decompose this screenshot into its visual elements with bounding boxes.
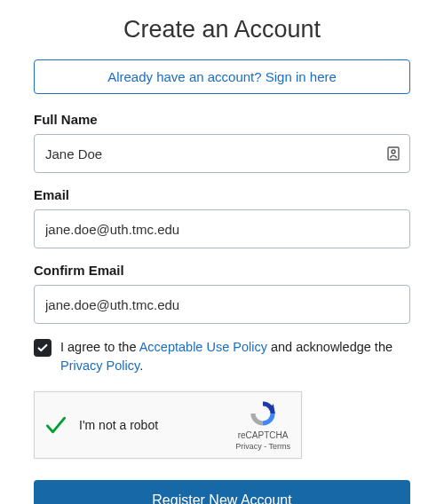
full-name-label: Full Name bbox=[34, 112, 410, 127]
email-input[interactable] bbox=[34, 209, 410, 248]
confirm-email-group: Confirm Email bbox=[34, 263, 410, 324]
agreement-row: I agree to the Acceptable Use Policy and… bbox=[34, 338, 410, 375]
email-label: Email bbox=[34, 187, 410, 202]
recaptcha-logo-icon bbox=[248, 398, 278, 429]
full-name-input[interactable] bbox=[34, 134, 410, 173]
agree-suffix: . bbox=[139, 358, 143, 373]
agree-mid: and acknowledge the bbox=[267, 340, 392, 354]
recaptcha-widget[interactable]: I'm not a robot reCAPTCHA Privacy - Term… bbox=[34, 391, 302, 459]
email-group: Email bbox=[34, 187, 410, 248]
captcha-label: I'm not a robot bbox=[79, 418, 235, 432]
full-name-group: Full Name bbox=[34, 112, 410, 173]
svg-point-1 bbox=[392, 150, 395, 154]
page-title: Create an Account bbox=[34, 16, 410, 43]
privacy-policy-link[interactable]: Privacy Policy bbox=[60, 358, 139, 373]
agree-checkbox[interactable] bbox=[34, 339, 52, 357]
agree-prefix: I agree to the bbox=[60, 340, 139, 354]
captcha-privacy-link[interactable]: Privacy bbox=[235, 442, 262, 451]
register-button[interactable]: Register New Account bbox=[34, 480, 410, 504]
contact-card-icon bbox=[387, 146, 400, 161]
captcha-terms-link[interactable]: Terms bbox=[269, 442, 291, 451]
sign-in-banner-button[interactable]: Already have an account? Sign in here bbox=[34, 59, 410, 94]
captcha-sep: - bbox=[262, 442, 269, 451]
captcha-brand: reCAPTCHA Privacy - Terms bbox=[235, 398, 290, 452]
confirm-email-input[interactable] bbox=[34, 285, 410, 324]
acceptable-use-policy-link[interactable]: Acceptable Use Policy bbox=[139, 340, 267, 354]
checkmark-icon bbox=[44, 413, 68, 437]
full-name-input-wrap bbox=[34, 134, 410, 173]
captcha-brand-name: reCAPTCHA bbox=[238, 430, 289, 442]
agreement-text: I agree to the Acceptable Use Policy and… bbox=[60, 338, 410, 375]
confirm-email-label: Confirm Email bbox=[34, 263, 410, 278]
